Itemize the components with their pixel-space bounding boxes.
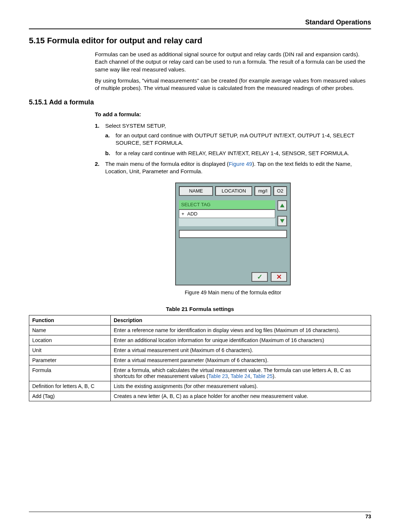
table-row: Add (Tag) Creates a new letter (A, B, C)… [29,391,371,401]
step-1b-text: for a relay card continue with RELAY, RE… [116,150,349,156]
scroll-down-button[interactable] [277,216,287,226]
cell-desc: Enter a reference name for identificatio… [111,325,371,335]
cell-desc: Creates a new letter (A, B, C) as a plac… [111,391,371,401]
page-footer: 73 [29,512,371,519]
table-row: Parameter Enter a virtual measurement pa… [29,355,371,365]
cancel-button[interactable]: ✕ [271,272,287,282]
th-description: Description [111,315,371,325]
section-heading: 5.15 Formula editor for output and relay… [29,36,371,46]
unit-field[interactable]: mg/l [254,186,271,196]
figure-49-caption: Figure 49 Main menu of the formula edito… [95,289,371,296]
table-23-ref[interactable]: Table 23 [208,373,228,379]
step-1-marker: 1. [95,122,100,130]
scroll-up-button[interactable] [277,200,287,211]
table-24-ref[interactable]: Table 24 [231,373,250,379]
desc-text: ). [273,373,276,379]
cell-func: Formula [29,365,111,381]
step-2-marker: 2. [95,160,100,168]
location-field[interactable]: LOCATION [215,186,252,196]
step-1a-text: for an output card continue with OUTPUT … [116,132,354,146]
arrow-down-icon [280,219,284,223]
table-row: Location Enter an additional location in… [29,335,371,345]
step-1: 1. Select SYSTEM SETUP, a. for an output… [95,122,371,157]
cell-func: Unit [29,345,111,355]
procedure-lead: To add a formula: [95,111,371,118]
plus-icon: + [181,211,184,217]
table-21-caption: Table 21 Formula settings [29,306,371,312]
cell-func: Definition for letters A, B, C [29,381,111,391]
select-tag-banner: SELECT TAG [179,200,275,210]
table-25-ref[interactable]: Table 25 [253,373,273,379]
name-field[interactable]: NAME [179,186,213,196]
th-function: Function [29,315,111,325]
device-screen: NAME LOCATION mg/l O2 SELECT TAG + ADD [175,183,291,285]
table-row: Unit Enter a virtual measurement unit (M… [29,345,371,355]
add-tag-row[interactable]: + ADD [179,210,275,218]
arrow-up-icon [280,204,284,207]
intro-paragraph-1: Formulas can be used as additional signa… [95,51,371,73]
table-row: Formula Enter a formula, which calculate… [29,365,371,381]
cell-desc: Enter an additional location information… [111,335,371,345]
page-number: 73 [365,513,371,519]
figure-49: NAME LOCATION mg/l O2 SELECT TAG + ADD [175,183,291,285]
check-icon: ✓ [257,272,263,281]
formula-input[interactable] [179,230,287,238]
step-1a-marker: a. [105,132,110,139]
subsection-heading: 5.15.1 Add a formula [29,98,371,106]
figure-49-ref[interactable]: Figure 49 [229,161,252,167]
cell-func: Parameter [29,355,111,365]
step-2-text-before: The main menu of the formula editor is d… [105,161,229,167]
intro-paragraph-2: By using formulas, "virtual measurements… [95,77,371,92]
tag-list: SELECT TAG + ADD [179,200,275,226]
table-row: Definition for letters A, B, C Lists the… [29,381,371,391]
step-1-text: Select SYSTEM SETUP, [105,123,166,129]
cell-desc: Enter a formula, which calculates the vi… [111,365,371,381]
cell-desc: Lists the existing assignments (for othe… [111,381,371,391]
sep: , [228,373,231,379]
cell-func: Location [29,335,111,345]
running-header: Standard Operations [29,19,371,29]
cell-desc: Enter a virtual measurement unit (Maximu… [111,345,371,355]
step-1a: a. for an output card continue with OUTP… [105,132,371,147]
procedure-list: 1. Select SYSTEM SETUP, a. for an output… [95,122,371,175]
step-2: 2. The main menu of the formula editor i… [95,160,371,175]
confirm-button[interactable]: ✓ [251,272,268,282]
table-row: Name Enter a reference name for identifi… [29,325,371,335]
add-label: ADD [187,211,197,217]
cell-desc: Enter a virtual measurement parameter (M… [111,355,371,365]
formula-settings-table: Function Description Name Enter a refere… [29,315,371,401]
cell-func: Add (Tag) [29,391,111,401]
parameter-field[interactable]: O2 [273,186,287,196]
step-1b-marker: b. [105,150,110,157]
close-icon: ✕ [276,272,282,281]
cell-func: Name [29,325,111,335]
step-1b: b. for a relay card continue with RELAY,… [105,150,371,157]
